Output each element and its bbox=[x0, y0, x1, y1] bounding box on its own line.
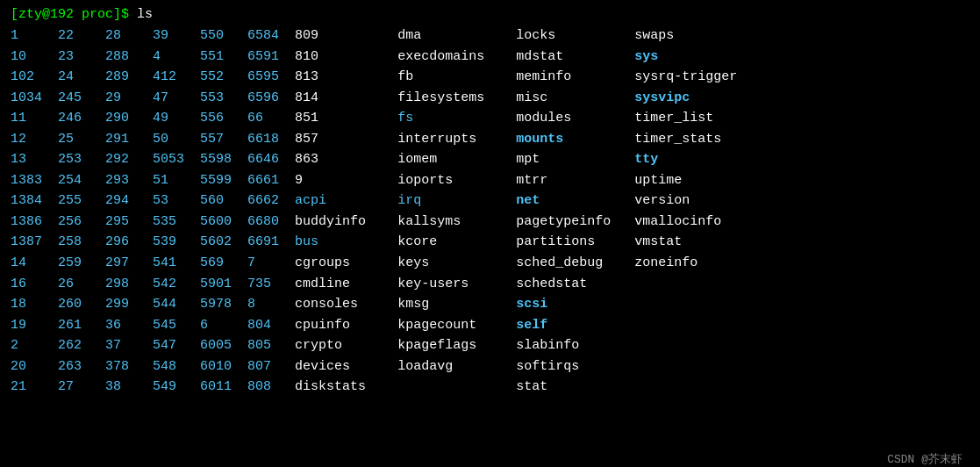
ls-cell: 1034 bbox=[11, 88, 58, 109]
ls-cell: 857 bbox=[295, 129, 397, 150]
ls-cell: 6011 bbox=[200, 377, 247, 398]
ls-cell: 549 bbox=[153, 377, 200, 398]
ls-cell: dma bbox=[397, 25, 516, 47]
ls-cell bbox=[634, 356, 753, 377]
ls-cell: 293 bbox=[105, 170, 153, 191]
ls-cell: 292 bbox=[105, 149, 153, 170]
ls-cell: 288 bbox=[105, 47, 153, 68]
ls-cell: 805 bbox=[247, 335, 295, 356]
ls-cell bbox=[634, 377, 753, 398]
ls-cell: mdstat bbox=[516, 47, 634, 68]
ls-cell: 262 bbox=[58, 335, 105, 356]
ls-cell: 37 bbox=[105, 335, 153, 356]
ls-cell: 263 bbox=[58, 356, 105, 377]
ls-cell: 5600 bbox=[200, 212, 247, 233]
ls-cell: 378 bbox=[105, 356, 153, 377]
ls-cell: 560 bbox=[200, 190, 247, 212]
ls-cell: 735 bbox=[247, 274, 295, 295]
ls-cell bbox=[397, 377, 516, 398]
ls-cell: misc bbox=[516, 88, 634, 109]
ls-cell: 66 bbox=[247, 108, 295, 129]
ls-cell: fs bbox=[397, 108, 516, 129]
ls-cell: 259 bbox=[58, 253, 105, 274]
ls-cell: 295 bbox=[105, 212, 153, 233]
ls-cell: swaps bbox=[634, 25, 753, 47]
ls-cell: net bbox=[516, 190, 634, 212]
ls-cell: kcore bbox=[397, 232, 516, 253]
ls-cell: 547 bbox=[153, 335, 200, 356]
ls-cell: 26 bbox=[58, 274, 105, 295]
ls-cell: 808 bbox=[247, 377, 295, 398]
ls-cell: acpi bbox=[295, 190, 397, 212]
ls-row: 18 260 299 544 5978 8 consoles kmsg scsi bbox=[11, 294, 969, 315]
ls-cell: 545 bbox=[153, 315, 200, 336]
ls-cell: 102 bbox=[11, 67, 58, 88]
ls-cell: 10 bbox=[11, 47, 58, 68]
ls-cell: 863 bbox=[295, 149, 397, 170]
ls-cell: 245 bbox=[58, 88, 105, 109]
ls-cell: 5599 bbox=[200, 170, 247, 191]
ls-cell: meminfo bbox=[516, 67, 634, 88]
ls-cell: kmsg bbox=[397, 294, 516, 315]
ls-cell: 6005 bbox=[200, 335, 247, 356]
ls-cell: kallsyms bbox=[397, 212, 516, 233]
ls-cell: kpagecount bbox=[397, 315, 516, 336]
ls-cell: diskstats bbox=[295, 377, 397, 398]
ls-cell: cmdline bbox=[295, 274, 397, 295]
ls-cell: sys bbox=[634, 47, 753, 68]
ls-cell: 28 bbox=[105, 25, 153, 47]
ls-cell: 298 bbox=[105, 274, 153, 295]
ls-cell: 552 bbox=[200, 67, 247, 88]
ls-cell: buddyinfo bbox=[295, 212, 397, 233]
ls-cell: 13 bbox=[11, 149, 58, 170]
ls-row: 13 253 292 5053 5598 6646 863 iomem mpt … bbox=[11, 149, 969, 170]
ls-cell: 556 bbox=[200, 108, 247, 129]
ls-cell: 550 bbox=[200, 25, 247, 47]
ls-cell: 1383 bbox=[11, 170, 58, 191]
ls-cell bbox=[634, 274, 753, 295]
ls-cell: timer_stats bbox=[634, 129, 753, 150]
ls-row: 20 263 378 548 6010 807 devices loadavg … bbox=[11, 356, 969, 377]
ls-cell: 254 bbox=[58, 170, 105, 191]
ls-cell: mpt bbox=[516, 149, 634, 170]
ls-cell: vmallocinfo bbox=[634, 212, 753, 233]
ls-cell: 25 bbox=[58, 129, 105, 150]
ls-cell: bus bbox=[295, 232, 397, 253]
ls-cell: 7 bbox=[247, 253, 295, 274]
ls-cell: iomem bbox=[397, 149, 516, 170]
ls-row: 12 25 291 50 557 6618 857 interrupts mou… bbox=[11, 129, 969, 150]
ls-cell: stat bbox=[516, 377, 634, 398]
ls-cell: 297 bbox=[105, 253, 153, 274]
ls-cell: 256 bbox=[58, 212, 105, 233]
ls-cell: 27 bbox=[58, 377, 105, 398]
ls-cell: 551 bbox=[200, 47, 247, 68]
ls-cell: mtrr bbox=[516, 170, 634, 191]
ls-cell: version bbox=[634, 190, 753, 212]
ls-cell: partitions bbox=[516, 232, 634, 253]
ls-cell: 1 bbox=[11, 25, 58, 47]
ls-cell: 16 bbox=[11, 274, 58, 295]
terminal: [zty@192 proc]$ ls 1 22 28 39 550 6584 8… bbox=[11, 7, 969, 467]
ls-cell: 5598 bbox=[200, 149, 247, 170]
ls-cell: 20 bbox=[11, 356, 58, 377]
ls-cell: vmstat bbox=[634, 232, 753, 253]
ls-cell: timer_list bbox=[634, 108, 753, 129]
ls-cell: 38 bbox=[105, 377, 153, 398]
ls-cell: 18 bbox=[11, 294, 58, 315]
ls-cell: 253 bbox=[58, 149, 105, 170]
ls-cell: 39 bbox=[153, 25, 200, 47]
ls-cell: 542 bbox=[153, 274, 200, 295]
watermark: CSDN @芥末虾 bbox=[887, 451, 962, 467]
ls-cell: 1386 bbox=[11, 212, 58, 233]
ls-cell: 6691 bbox=[247, 232, 295, 253]
ls-cell: 53 bbox=[153, 190, 200, 212]
ls-cell: mounts bbox=[516, 129, 634, 150]
ls-row: 2 262 37 547 6005 805 crypto kpageflags … bbox=[11, 335, 969, 356]
ls-cell: 4 bbox=[153, 47, 200, 68]
ls-cell: 6584 bbox=[247, 25, 295, 47]
ls-cell: 548 bbox=[153, 356, 200, 377]
ls-cell: 255 bbox=[58, 190, 105, 212]
ls-cell: schedstat bbox=[516, 274, 634, 295]
prompt-line: [zty@192 proc]$ ls bbox=[11, 7, 969, 22]
ls-row: 1386 256 295 535 5600 6680 buddyinfo kal… bbox=[11, 212, 969, 233]
